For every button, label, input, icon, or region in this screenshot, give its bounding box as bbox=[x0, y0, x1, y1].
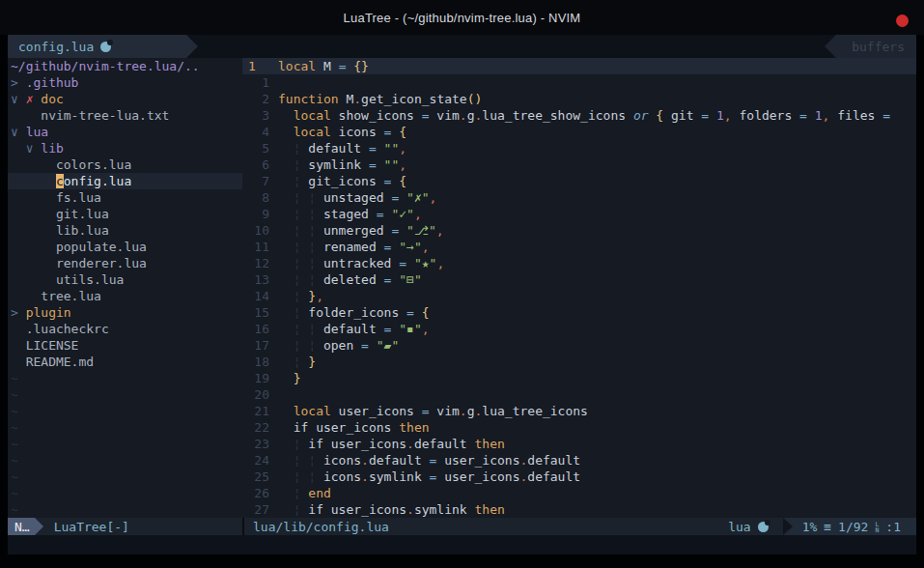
code-line[interactable]: 13 ¦ ¦ deleted = "⊟" bbox=[242, 271, 916, 288]
code-line[interactable]: 4 local icons = { bbox=[242, 124, 916, 140]
tree-filler[interactable]: ~ bbox=[8, 370, 242, 386]
code-line[interactable]: 1local M = {} bbox=[242, 58, 916, 74]
code-token: if user_icons bbox=[300, 502, 406, 517]
tree-row-tree-lua[interactable]: tree.lua bbox=[8, 288, 242, 304]
code-line[interactable]: 7 ¦ git_icons = { bbox=[242, 173, 916, 189]
code-line[interactable]: 22 if user_icons then bbox=[242, 419, 916, 436]
tree-row-lua[interactable]: ∨ lua bbox=[8, 124, 242, 140]
tree-row-license[interactable]: LICENSE bbox=[8, 337, 242, 354]
relative-line-number: 25 bbox=[248, 469, 269, 485]
tree-filler[interactable]: ~ bbox=[8, 419, 242, 436]
chevron-icon: > bbox=[11, 305, 26, 320]
tree-row-config-lua-current[interactable]: config.lua bbox=[8, 173, 242, 189]
tree-row-readme[interactable]: README.md bbox=[8, 354, 242, 370]
tree-row-github[interactable]: > .github bbox=[8, 74, 242, 91]
code-line[interactable]: 11 ¦ ¦ renamed = "→", bbox=[242, 239, 916, 255]
tree-row-renderer-lua[interactable]: renderer.lua bbox=[8, 255, 242, 271]
tree-row-fs-lua[interactable]: fs.lua bbox=[8, 189, 242, 206]
tree-row-luacheckrc[interactable]: .luacheckrc bbox=[8, 321, 242, 337]
tree-cursor: c bbox=[56, 174, 64, 188]
code-token: ¦ ¦ bbox=[294, 190, 316, 205]
code-token: = bbox=[422, 108, 430, 123]
scroll-percent: 1% bbox=[802, 519, 818, 535]
code-line[interactable]: 23 ¦ if user_icons.default then bbox=[242, 436, 916, 452]
tree-row-utils-lua[interactable]: utils.lua bbox=[8, 271, 242, 288]
tree-root-path[interactable]: ~/github/nvim-tree.lua/.. bbox=[8, 58, 242, 74]
tree-filler[interactable]: ~ bbox=[8, 485, 242, 501]
code-token: = bbox=[377, 207, 384, 221]
code-line[interactable]: 17 ¦ ¦ open = "▰" bbox=[242, 337, 916, 354]
tree-filler[interactable]: ~ bbox=[8, 452, 242, 469]
relative-line-number: 10 bbox=[248, 222, 269, 239]
code-token: user_icons bbox=[331, 404, 422, 418]
relative-line-number: 18 bbox=[248, 354, 269, 370]
code-line[interactable]: 19 } bbox=[242, 370, 916, 386]
code-line[interactable]: 27 ¦ if user_icons.symlink then bbox=[242, 501, 916, 518]
code-token: , bbox=[399, 157, 406, 172]
code-token: if user_icons bbox=[300, 437, 406, 451]
code-line[interactable]: 24 ¦ ¦ icons.default = user_icons.defaul… bbox=[242, 452, 916, 469]
relative-line-number: 6 bbox=[248, 156, 269, 173]
code-text: ¦ ¦ icons.default = user_icons.default bbox=[278, 452, 580, 469]
code-line[interactable]: 15 ¦ folder_icons = { bbox=[242, 304, 916, 321]
tree-filler[interactable]: ~ bbox=[8, 403, 242, 419]
code-line[interactable]: 21 local user_icons = vim.g.lua_tree_ico… bbox=[242, 403, 916, 419]
code-token: { bbox=[391, 125, 406, 139]
code-line[interactable]: 3 local show_icons = vim.g.lua_tree_show… bbox=[242, 107, 916, 124]
code-token: "⊟" bbox=[391, 272, 421, 287]
code-token: local bbox=[278, 59, 316, 73]
code-token: 1 bbox=[807, 108, 823, 123]
code-text: if user_icons then bbox=[278, 419, 430, 436]
terminal: config.lua buffers ~/github/nvim-tree.lu… bbox=[8, 35, 916, 554]
code-token: default bbox=[316, 322, 383, 336]
code-token: "★" bbox=[406, 256, 436, 270]
code-line[interactable]: 1 bbox=[242, 74, 916, 91]
code-line[interactable]: 18 ¦ } bbox=[242, 354, 916, 370]
tree-filler[interactable]: ~ bbox=[8, 386, 242, 403]
code-line[interactable]: 8 ¦ ¦ unstaged = "✗", bbox=[242, 189, 916, 206]
tab-config-lua[interactable]: config.lua bbox=[8, 35, 186, 58]
code-token: = bbox=[361, 338, 369, 353]
tree-text: .github bbox=[26, 75, 79, 90]
code-text: ¦ ¦ unmerged = "⎇", bbox=[278, 222, 444, 239]
tree-filler[interactable]: ~ bbox=[8, 501, 242, 518]
tree-row-plugin[interactable]: > plugin bbox=[8, 304, 242, 321]
tree-row-git-lua[interactable]: git.lua bbox=[8, 206, 242, 222]
code-line[interactable]: 14 ¦ }, bbox=[242, 288, 916, 304]
code-line[interactable]: 2function M.get_icon_state() bbox=[242, 91, 916, 107]
buffers-label-segment[interactable]: buffers bbox=[836, 35, 916, 58]
close-button[interactable] bbox=[896, 14, 909, 27]
tree-row-nvim-tree-lua-txt[interactable]: nvim-tree-lua.txt bbox=[8, 107, 242, 124]
tree-row-lib-lua[interactable]: lib.lua bbox=[8, 222, 242, 239]
tree-filler[interactable]: ~ bbox=[8, 436, 242, 452]
code-line[interactable]: 6 ¦ symlink = "", bbox=[242, 156, 916, 173]
tree-row-doc[interactable]: ∨ ✗ doc bbox=[8, 91, 242, 107]
tree-row-colors-lua[interactable]: colors.lua bbox=[8, 156, 242, 173]
code-line[interactable]: 25 ¦ ¦ icons.symlink = user_icons.defaul… bbox=[242, 469, 916, 485]
tree-text: fs.lua bbox=[11, 190, 101, 205]
code-line[interactable]: 26 ¦ end bbox=[242, 485, 916, 501]
relative-line-number: 9 bbox=[248, 206, 269, 222]
code-line[interactable]: 9 ¦ ¦ staged = "✓", bbox=[242, 206, 916, 222]
code-line[interactable]: 5 ¦ default = "", bbox=[242, 140, 916, 156]
code-token bbox=[278, 469, 294, 484]
lua-logo-icon bbox=[100, 42, 111, 52]
tree-text: ~ bbox=[11, 469, 18, 484]
code-token: then bbox=[399, 420, 429, 435]
code-token: open bbox=[316, 338, 361, 353]
code-text: ¦ ¦ icons.symlink = user_icons.default bbox=[278, 469, 580, 485]
code-line[interactable]: 16 ¦ ¦ default = "▪", bbox=[242, 321, 916, 337]
code-token: { bbox=[649, 108, 664, 123]
code-line[interactable]: 20 bbox=[242, 386, 916, 403]
code-token: files bbox=[829, 108, 882, 123]
tree-row-populate-lua[interactable]: populate.lua bbox=[8, 239, 242, 255]
code-token bbox=[278, 502, 294, 517]
tree-row-lib[interactable]: ∨ lib bbox=[8, 140, 242, 156]
mode-indicator: N… bbox=[8, 518, 35, 535]
code-line[interactable]: 10 ¦ ¦ unmerged = "⎇", bbox=[242, 222, 916, 239]
relative-line-number: 11 bbox=[248, 239, 269, 255]
tree-filler[interactable]: ~ bbox=[8, 469, 242, 485]
code-line[interactable]: 12 ¦ ¦ untracked = "★", bbox=[242, 255, 916, 271]
command-line[interactable] bbox=[8, 535, 916, 554]
code-token: "✓" bbox=[384, 207, 414, 221]
